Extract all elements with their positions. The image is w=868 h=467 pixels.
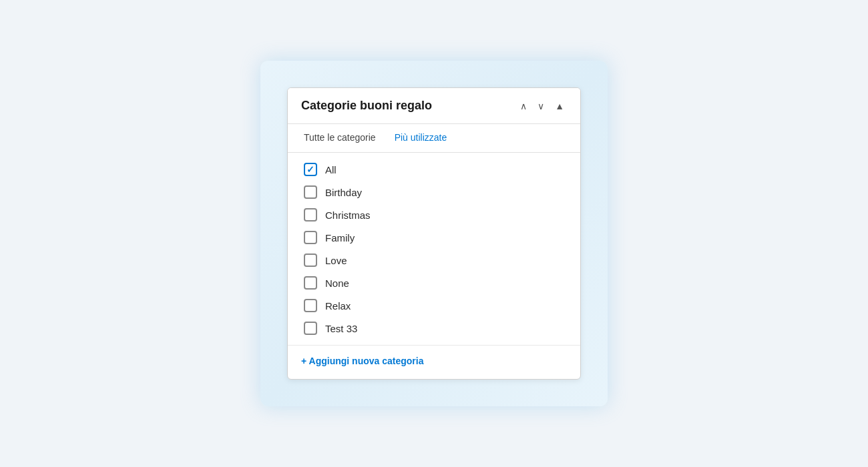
checkbox-item-family[interactable]: Family <box>301 226 567 249</box>
header-up-icon[interactable]: ∧ <box>517 99 529 113</box>
checkbox-item-love[interactable]: Love <box>301 249 567 272</box>
checkbox-relax[interactable] <box>304 299 317 312</box>
widget-panel: Categorie buoni regalo ∧ ∨ ▲ Tutte le ca… <box>287 87 581 380</box>
checkbox-label-relax: Relax <box>325 300 351 312</box>
checkbox-label-christmas: Christmas <box>325 209 371 221</box>
widget-title: Categorie buoni regalo <box>301 99 432 113</box>
checkbox-love[interactable] <box>304 254 317 267</box>
tabs-bar: Tutte le categorie Più utilizzate <box>288 124 580 153</box>
checkbox-all[interactable] <box>304 163 317 176</box>
checkbox-label-love: Love <box>325 255 347 266</box>
checkbox-item-relax[interactable]: Relax <box>301 294 567 317</box>
widget-header: Categorie buoni regalo ∧ ∨ ▲ <box>288 88 580 124</box>
tab-most-used[interactable]: Più utilizzate <box>392 124 450 152</box>
checkbox-label-family: Family <box>325 232 355 244</box>
header-icons: ∧ ∨ ▲ <box>517 99 567 113</box>
checkbox-list-container: All Birthday Christmas Family Love <box>301 153 567 345</box>
checkbox-item-christmas[interactable]: Christmas <box>301 203 567 226</box>
checkbox-item-test33[interactable]: Test 33 <box>301 317 567 340</box>
checkbox-item-birthday[interactable]: Birthday <box>301 181 567 203</box>
checkbox-family[interactable] <box>304 231 317 244</box>
checkbox-label-test33: Test 33 <box>325 323 357 334</box>
header-down-icon[interactable]: ∨ <box>535 99 547 113</box>
checkbox-label-birthday: Birthday <box>325 187 362 198</box>
checkbox-list-scroll[interactable]: All Birthday Christmas Family Love <box>301 153 567 345</box>
add-category-link[interactable]: + Aggiungi nuova categoria <box>301 356 423 366</box>
checkbox-item-all[interactable]: All <box>301 158 567 181</box>
widget-footer: + Aggiungi nuova categoria <box>288 345 580 379</box>
checkbox-birthday[interactable] <box>304 185 317 199</box>
checkbox-label-all: All <box>325 164 337 175</box>
checkbox-none[interactable] <box>304 276 317 290</box>
header-collapse-icon[interactable]: ▲ <box>552 99 567 113</box>
tab-all-categories[interactable]: Tutte le categorie <box>301 124 379 152</box>
checkbox-label-none: None <box>325 278 349 289</box>
checkbox-christmas[interactable] <box>304 208 317 221</box>
checkbox-item-none[interactable]: None <box>301 272 567 294</box>
checkbox-test33[interactable] <box>304 322 317 335</box>
outer-container: Categorie buoni regalo ∧ ∨ ▲ Tutte le ca… <box>260 61 608 406</box>
